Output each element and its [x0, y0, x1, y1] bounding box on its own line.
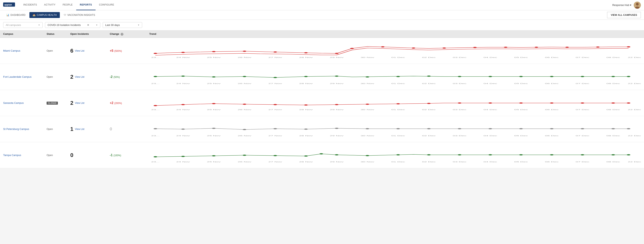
- view-list-sarasota[interactable]: View List: [75, 102, 84, 104]
- table-header: Campus Status Open Incidents Change ? Tr…: [0, 31, 644, 38]
- svg-point-78: [304, 104, 308, 105]
- response-hub-menu[interactable]: Response Hub ▾: [612, 4, 631, 7]
- svg-text:24 Nov: 24 Nov: [176, 109, 190, 110]
- svg-text:26 Nov: 26 Nov: [238, 83, 252, 84]
- svg-text:03 Dec: 03 Dec: [453, 57, 466, 58]
- date-range-filter[interactable]: Last 30 days ▼: [103, 22, 142, 28]
- svg-point-20: [596, 46, 600, 48]
- svg-text:04 Dec: 04 Dec: [484, 109, 497, 110]
- nav-item-configure[interactable]: CONFIGURE: [96, 0, 118, 10]
- svg-text:07 Dec: 07 Dec: [576, 109, 589, 110]
- svg-text:27 Nov: 27 Nov: [268, 135, 282, 137]
- svg-text:08 Dec: 08 Dec: [606, 109, 620, 110]
- svg-text:05 Dec: 05 Dec: [514, 135, 528, 137]
- svg-point-89: [627, 102, 630, 104]
- svg-point-88: [612, 102, 615, 104]
- svg-point-84: [488, 102, 492, 104]
- tab-campus-health[interactable]: 🏫 CAMPUS HEALTH: [30, 12, 60, 18]
- campus-name-tampa[interactable]: Tampa Campus: [3, 154, 46, 157]
- campus-health-icon: 🏫: [32, 14, 36, 17]
- svg-point-7: [212, 51, 216, 52]
- campus-name-fortlauderdale[interactable]: Fort Lauderdale Campus: [3, 75, 46, 78]
- svg-text:28 Nov: 28 Nov: [299, 161, 313, 163]
- svg-point-122: [612, 128, 615, 129]
- nav-item-reports[interactable]: REPORTS: [76, 0, 96, 10]
- svg-text:02 Dec: 02 Dec: [422, 83, 436, 84]
- svg-point-115: [396, 128, 400, 129]
- svg-text:01 Dec: 01 Dec: [391, 57, 405, 58]
- svg-point-51: [519, 76, 523, 77]
- svg-text:22 Dec: 22 Dec: [628, 135, 641, 137]
- filter-bar: All campuses ▼ COVID-19 Isolation Incide…: [0, 20, 644, 31]
- svg-point-5: [154, 53, 157, 54]
- nav-item-incidents[interactable]: INCIDENTS: [20, 0, 40, 10]
- svg-point-15: [442, 47, 446, 49]
- campus-filter[interactable]: All campuses ▼: [3, 22, 43, 28]
- tab-vaccination-insights[interactable]: 🛡 VACCINATION INSIGHTS: [60, 12, 98, 18]
- svg-text:26 Nov: 26 Nov: [238, 109, 252, 110]
- svg-text:28 Nov: 28 Nov: [299, 109, 313, 110]
- svg-text:06 Dec: 06 Dec: [545, 135, 558, 137]
- svg-text:07 Dec: 07 Dec: [576, 161, 589, 163]
- svg-point-144: [243, 155, 246, 156]
- svg-text:27 Nov: 27 Nov: [268, 83, 282, 84]
- svg-text:08 Dec: 08 Dec: [606, 135, 620, 137]
- sub-nav-right: VIEW ALL CAMPUSES: [607, 12, 641, 18]
- svg-point-114: [366, 128, 370, 129]
- trend-stpetersburg: 23... 24 Nov 25 Nov 26 Nov 27 Nov 28 Nov…: [149, 120, 641, 138]
- trend-sarasota: 23... 24 Nov 25 Nov 26 Nov 27 Nov 28 Nov…: [149, 94, 641, 112]
- table-row: Sarasota Campus CLOSED 2 View List +2 (2…: [0, 90, 644, 116]
- svg-text:04 Dec: 04 Dec: [484, 57, 497, 58]
- svg-point-158: [627, 154, 630, 155]
- date-range-label: Last 30 days: [105, 24, 120, 27]
- svg-text:07 Dec: 07 Dec: [576, 83, 589, 84]
- svg-point-40: [181, 76, 185, 77]
- svg-text:01 Dec: 01 Dec: [391, 83, 405, 84]
- svg-text:30 Nov: 30 Nov: [360, 135, 374, 137]
- tab-dashboard[interactable]: 📊 DASHBOARD: [3, 12, 29, 18]
- incident-type-filter[interactable]: COVID-19 Isolation Incidents ✕ ▼: [45, 22, 100, 28]
- svg-point-6: [181, 52, 185, 53]
- svg-point-146: [304, 155, 308, 157]
- svg-point-86: [550, 102, 554, 104]
- table-row: Fort Lauderdale Campus Open 2 View List …: [0, 64, 644, 90]
- view-list-fortlauderdale[interactable]: View List: [75, 76, 84, 78]
- campus-name-stpetersburg[interactable]: St Petersburg Campus: [3, 128, 46, 131]
- svg-text:06 Dec: 06 Dec: [545, 161, 558, 163]
- svg-point-55: [627, 76, 630, 77]
- svg-text:07 Dec: 07 Dec: [576, 57, 589, 58]
- svg-text:26 Nov: 26 Nov: [238, 135, 252, 137]
- view-list-miami[interactable]: View List: [75, 49, 84, 52]
- svg-text:24 Nov: 24 Nov: [176, 83, 190, 84]
- svg-point-151: [427, 154, 431, 155]
- svg-text:01 Dec: 01 Dec: [391, 135, 405, 137]
- svg-point-112: [304, 129, 308, 130]
- svg-point-150: [396, 154, 400, 155]
- clear-incident-type[interactable]: ✕: [87, 24, 89, 27]
- trend-fortlauderdale: 23... 24 Nov 25 Nov 26 Nov 27 Nov 28 Nov…: [149, 68, 641, 86]
- svg-text:02 Dec: 02 Dec: [422, 135, 436, 137]
- svg-point-50: [488, 76, 492, 77]
- sub-nav: 📊 DASHBOARD 🏫 CAMPUS HEALTH 🛡 VACCINATIO…: [0, 10, 644, 20]
- campus-table: Campus Status Open Incidents Change ? Tr…: [0, 31, 644, 168]
- svg-point-149: [366, 155, 370, 156]
- nav-item-activity[interactable]: ACTIVITY: [40, 0, 59, 10]
- svg-point-42: [243, 76, 246, 77]
- view-list-stpetersburg[interactable]: View List: [75, 128, 84, 131]
- svg-text:03 Dec: 03 Dec: [453, 161, 466, 163]
- svg-text:28 Nov: 28 Nov: [299, 135, 313, 137]
- svg-text:07 Dec: 07 Dec: [576, 135, 589, 137]
- view-all-campuses-button[interactable]: VIEW ALL CAMPUSES: [607, 12, 641, 18]
- svg-text:03 Dec: 03 Dec: [453, 109, 466, 110]
- campus-name-sarasota[interactable]: Sarasota Campus: [3, 101, 46, 104]
- avatar[interactable]: [634, 2, 641, 9]
- svg-point-121: [581, 128, 584, 129]
- vaccination-icon: 🛡: [64, 14, 66, 17]
- svg-point-85: [519, 102, 523, 104]
- svg-text:23...: 23...: [151, 57, 160, 58]
- svg-text:01 Dec: 01 Dec: [391, 109, 405, 110]
- nav-item-people[interactable]: PEOPLE: [59, 0, 76, 10]
- change-help-icon[interactable]: ?: [121, 33, 124, 36]
- campus-name-miami[interactable]: Miami Campus: [3, 49, 46, 52]
- campus-filter-chevron: ▼: [38, 24, 40, 26]
